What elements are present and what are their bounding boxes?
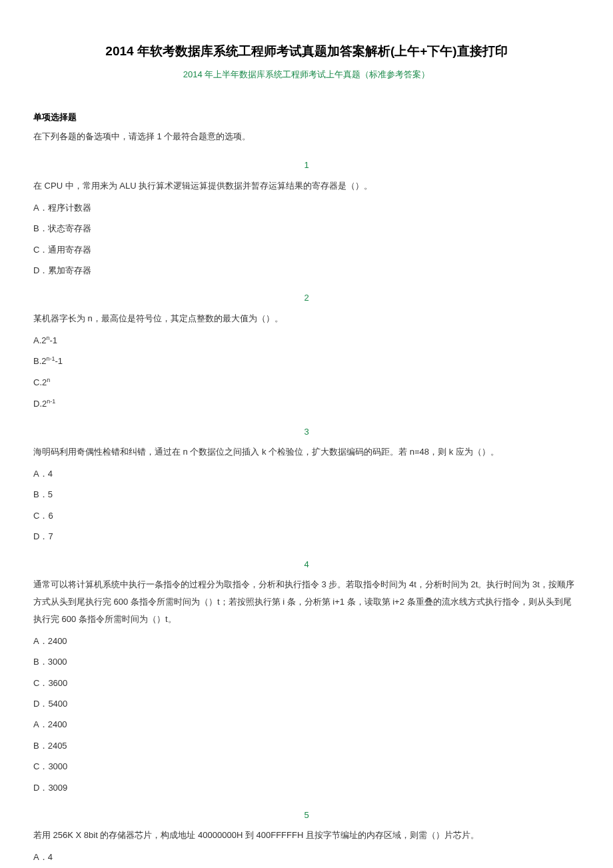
option: D．7 (33, 529, 580, 544)
option: A．4 (33, 466, 580, 481)
question-text: 某机器字长为 n，最高位是符号位，其定点整数的最大值为（）。 (33, 310, 580, 327)
option: B.2n-1-1 (33, 353, 580, 369)
question-number: 1 (33, 157, 580, 173)
option: A．2400 (33, 633, 580, 649)
option: C.2n (33, 375, 580, 391)
option: D．5400 (33, 696, 580, 711)
question-number: 2 (33, 290, 580, 305)
option: A．程序计数器 (33, 200, 580, 215)
option: C．6 (33, 508, 580, 523)
option: C．3000 (33, 759, 580, 774)
option: C．3600 (33, 675, 580, 691)
question-number: 3 (33, 424, 580, 439)
question-text: 若用 256K X 8bit 的存储器芯片，构成地址 40000000H 到 4… (33, 827, 580, 844)
option: A．2400 (33, 717, 580, 732)
option: D．3009 (33, 780, 580, 795)
option: B．状态寄存器 (33, 221, 580, 236)
option: B．5 (33, 487, 580, 502)
option: A.2n-1 (33, 333, 580, 349)
question-text: 在 CPU 中，常用来为 ALU 执行算术逻辑运算提供数据并暂存运算结果的寄存器… (33, 177, 580, 195)
question-text: 海明码利用奇偶性检错和纠错，通过在 n 个数据位之间插入 k 个检验位，扩大数据… (33, 443, 580, 461)
option: B．2405 (33, 738, 580, 753)
document-subtitle: 2014 年上半年数据库系统工程师考试上午真题（标准参考答案） (33, 67, 580, 82)
question-text: 通常可以将计算机系统中执行一条指令的过程分为取指令，分析和执行指令 3 步。若取… (33, 576, 580, 628)
option: A．4 (33, 849, 580, 865)
question-number: 4 (33, 557, 580, 572)
section-instruction: 在下列各题的备选项中，请选择 1 个最符合题意的选项。 (33, 129, 580, 144)
option: D.2n-1 (33, 396, 580, 412)
document-title: 2014 年软考数据库系统工程师考试真题加答案解析(上午+下午)直接打印 (33, 40, 580, 63)
option: C．通用寄存器 (33, 242, 580, 257)
question-number: 5 (33, 807, 580, 823)
section-heading: 单项选择题 (33, 109, 580, 125)
option: B．3000 (33, 654, 580, 669)
option: D．累加寄存器 (33, 263, 580, 278)
